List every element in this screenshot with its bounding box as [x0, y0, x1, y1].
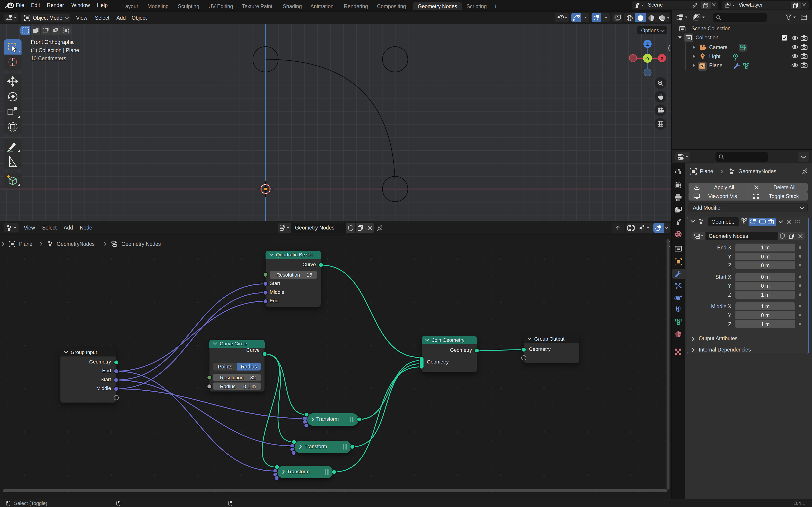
svg-text:Z: Z: [646, 42, 649, 47]
svg-text:X: X: [660, 56, 664, 61]
svg-text:-Y: -Y: [645, 56, 650, 61]
